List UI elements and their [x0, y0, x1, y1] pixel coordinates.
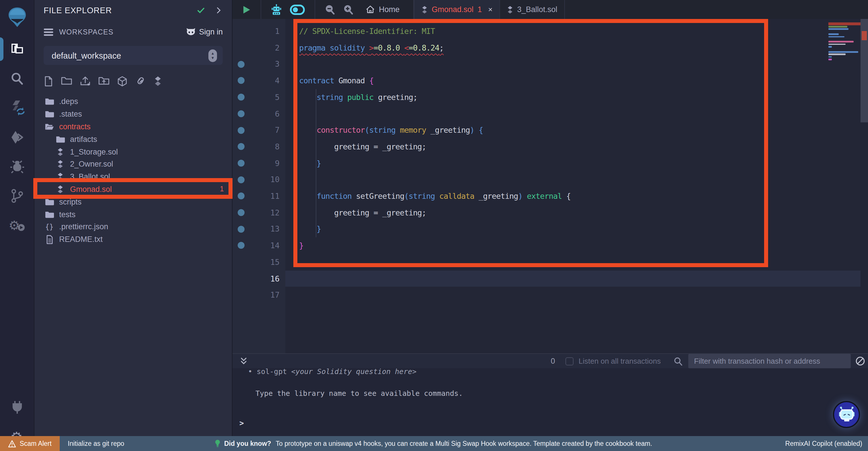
remix-logo-icon[interactable]	[0, 0, 34, 34]
warning-icon	[8, 440, 16, 447]
code-area[interactable]: // SPDX-License-Identifier: MITpragma so…	[285, 19, 868, 353]
tree-item-label: artifacts	[70, 135, 97, 144]
gutter-dot[interactable]	[238, 160, 245, 167]
line-number: 5	[245, 89, 280, 106]
tree-item-2-owner-sol[interactable]: 2_Owner.sol	[34, 158, 232, 171]
robot-face-icon	[837, 406, 856, 423]
git-init-button[interactable]: Initialize as git repo	[68, 440, 124, 447]
transaction-filter-input[interactable]	[688, 354, 851, 368]
copilot-toggle-icon[interactable]	[290, 4, 305, 15]
tree-item-scripts[interactable]: scripts	[34, 196, 232, 208]
search-icon[interactable]	[673, 357, 683, 366]
workspaces-row: WORKSPACES Sign in	[34, 28, 232, 36]
panel-header: FILE EXPLORER	[34, 6, 232, 15]
folder-icon	[56, 136, 65, 143]
terminal-prompt[interactable]: >	[239, 419, 244, 427]
line-number: 7	[245, 122, 280, 138]
sign-in-button[interactable]: Sign in	[186, 28, 223, 36]
search-icon[interactable]	[0, 64, 34, 93]
gutter-dot[interactable]	[238, 143, 245, 150]
scrollbar-error-marker	[862, 31, 867, 40]
line-number: 12	[245, 204, 280, 221]
tree-item--deps[interactable]: .deps	[34, 95, 232, 108]
robot-icon[interactable]	[271, 4, 282, 15]
solidity-file-icon	[507, 5, 513, 13]
indent-guide	[316, 89, 316, 237]
line-number: 13	[245, 221, 280, 237]
double-chevron-down-icon[interactable]	[239, 357, 248, 365]
tab-ballot[interactable]: 3_Ballot.sol	[500, 0, 565, 19]
tab-home[interactable]: Home	[358, 5, 408, 14]
gutter-dot[interactable]	[238, 94, 245, 101]
line-number: 1	[245, 23, 280, 39]
gutter-dot[interactable]	[238, 176, 245, 183]
tree-item-tests[interactable]: tests	[34, 208, 232, 221]
current-line-highlight	[285, 270, 861, 287]
gutter-dot[interactable]	[238, 61, 245, 68]
terminal-output[interactable]: • sol-gpt <your Solidity question here> …	[232, 368, 868, 436]
gutter-dot[interactable]	[238, 127, 245, 134]
gutter-dot[interactable]	[238, 110, 245, 117]
braces-icon: {}	[45, 223, 54, 231]
link-icon[interactable]	[135, 76, 146, 87]
gutter-dot[interactable]	[238, 193, 245, 200]
play-icon[interactable]	[242, 5, 251, 14]
line-number: 6	[245, 106, 280, 122]
file-text-icon	[45, 235, 54, 244]
ai-assistant-button[interactable]	[833, 401, 860, 428]
code-line-2: pragma solidity >=0.8.0 <=0.8.24;	[299, 39, 444, 56]
git-branch-icon[interactable]	[0, 181, 34, 210]
cube-icon[interactable]	[117, 76, 127, 87]
tree-item-contracts[interactable]: contracts	[34, 120, 232, 133]
line-number: 4	[245, 73, 280, 89]
plugin-manager-icon[interactable]	[0, 392, 34, 422]
tree-item-gmonad-sol[interactable]: Gmonad.sol1	[34, 183, 232, 196]
solidity-file-icon	[56, 160, 65, 169]
ban-icon[interactable]	[856, 356, 865, 366]
page-title: FILE EXPLORER	[43, 6, 112, 15]
remix-ide-app: ⚙⚙ FILE EXPLORER WORKSPACES Sign in defa…	[0, 0, 868, 451]
zoom-out-icon[interactable]	[325, 4, 335, 15]
code-editor[interactable]: 1234567891011121314151617 // SPDX-Licens…	[232, 19, 868, 353]
new-folder-icon[interactable]	[61, 76, 72, 87]
folder-icon	[45, 198, 54, 206]
tree-item--prettierrc-json[interactable]: {}.prettierrc.json	[34, 221, 232, 233]
tree-item-3-ballot-sol[interactable]: 3_Ballot.sol	[34, 171, 232, 183]
upload-file-icon[interactable]	[80, 76, 91, 87]
listen-checkbox[interactable]	[565, 357, 574, 365]
solidity-icon[interactable]	[154, 76, 162, 87]
hamburger-icon[interactable]	[43, 28, 53, 36]
scam-alert-button[interactable]: Scam Alert	[0, 436, 60, 451]
code-line-13: }	[299, 221, 321, 237]
tree-item-label: .prettierrc.json	[59, 223, 108, 231]
line-number: 17	[245, 287, 280, 303]
workspace-select[interactable]: default_workspace ▲▼	[43, 46, 223, 65]
gutter-dot[interactable]	[238, 77, 245, 84]
tree-item-1-storage-sol[interactable]: 1_Storage.sol	[34, 145, 232, 158]
tab-bar: Home Gmonad.sol 1 × 3_Ballot.sol	[232, 0, 868, 19]
gutter-dot[interactable]	[238, 242, 245, 249]
tab-close-icon[interactable]: ×	[488, 5, 493, 14]
tab-gmonad[interactable]: Gmonad.sol 1 ×	[414, 0, 500, 19]
ai-group	[261, 0, 315, 19]
upload-folder-icon[interactable]	[98, 76, 110, 87]
solidity-compiler-icon[interactable]	[0, 93, 34, 122]
tree-item-readme-txt[interactable]: README.txt	[34, 233, 232, 246]
file-explorer-icon[interactable]	[0, 34, 34, 64]
code-line-12: greeting = _greeting;	[299, 204, 426, 221]
new-file-icon[interactable]	[43, 76, 53, 87]
check-icon[interactable]	[196, 6, 206, 15]
tree-item-label: scripts	[59, 198, 82, 206]
tree-item-label: 2_Owner.sol	[70, 160, 113, 169]
gutter-dot[interactable]	[238, 209, 245, 216]
plugin-gears-icon[interactable]: ⚙	[0, 210, 34, 239]
gutter-dot[interactable]	[238, 226, 245, 233]
terminal-bar: 0 Listen on all transactions	[232, 354, 868, 368]
tree-item--states[interactable]: .states	[34, 108, 232, 121]
debugger-icon[interactable]	[0, 152, 34, 181]
tree-item-artifacts[interactable]: artifacts	[34, 133, 232, 146]
zoom-in-icon[interactable]	[343, 4, 353, 15]
chevron-right-icon[interactable]	[215, 6, 223, 15]
deploy-run-icon[interactable]	[0, 122, 34, 152]
copilot-status[interactable]: RemixAI Copilot (enabled)	[785, 440, 862, 447]
